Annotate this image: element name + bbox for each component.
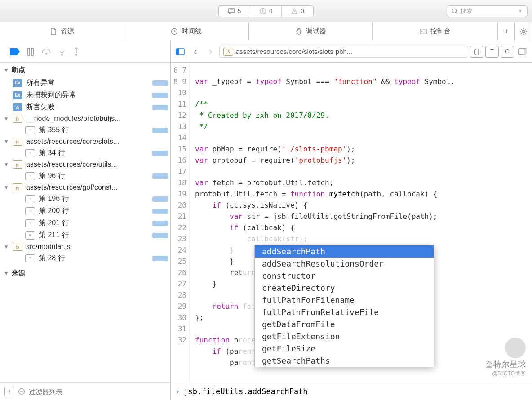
line-gutter: 6 7 8 9 10 11 12 13 14 15 16 17 18 19 20… (171, 63, 190, 382)
file-group-label: assets/resources/core/slots... (26, 138, 167, 146)
pause-icon[interactable] (27, 48, 34, 56)
file-group-row[interactable]: ▼jsassets/resources/core/utils... (0, 159, 170, 170)
coverage-button[interactable]: C (501, 46, 514, 58)
warnings-count: 0 (269, 8, 272, 14)
file-group-label: assets/resources/core/utils... (26, 160, 167, 169)
chevron-down-icon: ▼ (4, 67, 9, 73)
svg-rect-33 (524, 49, 527, 55)
messages-pill[interactable]: 5 (219, 6, 250, 17)
warnings-pill[interactable]: 0 (250, 6, 282, 17)
autocomplete-item[interactable]: constructor (255, 270, 434, 282)
autocomplete-item[interactable]: getFileExtension (255, 330, 434, 342)
autocomplete-item[interactable]: getFileSize (255, 342, 434, 355)
autocomplete-item[interactable]: createDirectory (255, 282, 434, 294)
autocomplete-item[interactable]: getSearchPaths (255, 355, 434, 367)
tab-debugger-label: 调试器 (306, 27, 326, 36)
breakpoint-indicator (152, 128, 168, 133)
breakpoint-indicator (152, 80, 168, 86)
tab-debugger[interactable]: 调试器 (249, 22, 373, 40)
breakpoint-indicator (152, 196, 168, 202)
line-breakpoint-row[interactable]: ≡第 28 行 (0, 252, 170, 264)
pretty-print-button[interactable]: { } (470, 46, 483, 58)
svg-rect-11 (420, 29, 426, 34)
gear-button[interactable] (515, 22, 532, 40)
breakpoints-toggle-icon[interactable] (10, 48, 20, 55)
file-group-row[interactable]: ▼js__node_modules/protobufjs... (0, 113, 170, 124)
filter-icon (18, 388, 25, 395)
file-group-label: assets/resources/gof/const... (26, 183, 167, 191)
chevron-down-icon: ▼ (4, 161, 9, 168)
breadcrumb[interactable]: js assets/resources/core/slots/slots-pbh… (219, 46, 468, 58)
console-input[interactable] (183, 387, 528, 396)
svg-line-18 (525, 33, 526, 34)
breakpoint-indicator (152, 151, 168, 156)
right-sidebar-toggle-icon[interactable] (516, 45, 529, 58)
line-breakpoint-row[interactable]: ≡第 355 行 (0, 124, 170, 136)
errors-pill[interactable]: 0 (282, 6, 313, 17)
bug-icon (295, 28, 302, 35)
breakpoint-row[interactable]: A断言失败 (0, 101, 170, 113)
svg-rect-22 (31, 48, 33, 55)
autocomplete-item[interactable]: addSearchPath (255, 245, 434, 258)
exception-badge-icon: Ex (13, 91, 22, 99)
js-file-icon: js (13, 183, 22, 191)
js-file-icon: js (13, 160, 22, 169)
add-tab-button[interactable]: ＋ (498, 22, 515, 40)
autocomplete-item[interactable]: addSearchResolutionsOrder (255, 258, 434, 270)
line-breakpoint-row[interactable]: ≡第 211 行 (0, 229, 170, 241)
breakpoints-header[interactable]: ▼ 断点 (0, 63, 170, 77)
breakpoint-row[interactable]: Ex所有异常 (0, 77, 170, 89)
autocomplete-item[interactable]: fullPathForFilename (255, 294, 434, 306)
file-group-row[interactable]: ▼jsassets/resources/core/slots... (0, 136, 170, 147)
sidebar-toggle-icon[interactable] (173, 45, 187, 58)
autocomplete-item[interactable]: getDataFromFile (255, 318, 434, 330)
js-file-icon: js (13, 243, 22, 251)
file-group-row[interactable]: ▼jsassets/resources/gof/const... (0, 182, 170, 193)
step-into-icon[interactable] (58, 47, 66, 56)
breakpoint-label: 所有异常 (26, 78, 167, 88)
status-pill-group: 5 0 0 (218, 5, 314, 17)
line-icon: ≡ (25, 231, 35, 240)
line-label: 第 355 行 (39, 125, 167, 135)
breakpoints-title: 断点 (12, 66, 25, 74)
line-icon: ≡ (25, 219, 35, 227)
file-group-label: src/modular.js (26, 243, 167, 251)
warning-icon (259, 8, 266, 15)
tab-console[interactable]: 控制台 (373, 22, 497, 40)
breakpoint-indicator (152, 256, 168, 261)
errors-count: 0 (301, 8, 304, 14)
nav-forward-icon[interactable]: › (204, 45, 217, 58)
breakpoint-indicator (152, 173, 168, 179)
line-breakpoint-row[interactable]: ≡第 200 行 (0, 205, 170, 217)
type-button[interactable]: T (485, 46, 499, 58)
autocomplete-popup[interactable]: addSearchPathaddSearchResolutionsOrderco… (254, 245, 434, 367)
svg-line-8 (456, 12, 458, 14)
file-group-row[interactable]: ▼jssrc/modular.js (0, 241, 170, 252)
tab-resources[interactable]: 资源 (0, 22, 124, 40)
line-breakpoint-row[interactable]: ≡第 201 行 (0, 217, 170, 229)
breakpoint-indicator (152, 105, 168, 110)
svg-point-25 (61, 54, 63, 56)
clock-icon (171, 28, 178, 35)
filter-input[interactable] (29, 388, 166, 396)
line-label: 第 96 行 (39, 171, 167, 181)
step-over-icon[interactable] (41, 48, 51, 56)
line-breakpoint-row[interactable]: ≡第 96 行 (0, 170, 170, 182)
info-icon[interactable]: ! (4, 387, 14, 396)
step-out-icon[interactable] (73, 47, 80, 56)
sources-header[interactable]: ▼ 来源 (0, 266, 170, 280)
line-breakpoint-row[interactable]: ≡第 196 行 (0, 193, 170, 205)
search-box[interactable]: 搜索 ▼ (447, 5, 528, 17)
nav-back-icon[interactable]: ‹ (189, 45, 202, 58)
line-breakpoint-row[interactable]: ≡第 34 行 (0, 147, 170, 159)
svg-point-7 (452, 9, 457, 13)
svg-point-12 (522, 30, 525, 33)
tab-timeline[interactable]: 时间线 (124, 22, 249, 40)
breakpoint-row[interactable]: Ex未捕获到的异常 (0, 89, 170, 101)
tab-console-label: 控制台 (430, 27, 451, 36)
line-label: 第 34 行 (39, 148, 167, 158)
breakpoint-indicator (152, 233, 168, 238)
breakpoint-label: 未捕获到的异常 (26, 90, 167, 100)
svg-line-17 (521, 29, 522, 30)
autocomplete-item[interactable]: fullPathFromRelativeFile (255, 306, 434, 318)
